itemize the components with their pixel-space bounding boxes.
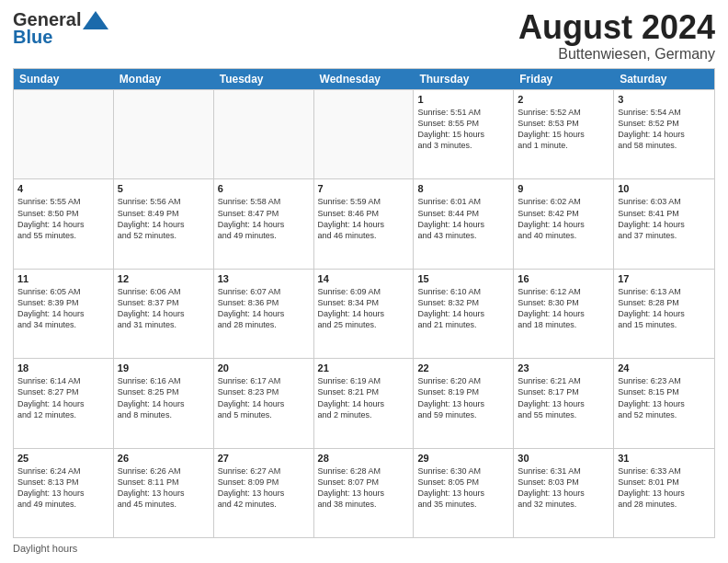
- day-info: Sunrise: 6:33 AM Sunset: 8:01 PM Dayligh…: [618, 465, 711, 511]
- calendar-cell-r5-c7: 31Sunrise: 6:33 AM Sunset: 8:01 PM Dayli…: [614, 449, 714, 537]
- day-number: 30: [518, 452, 609, 465]
- day-info: Sunrise: 6:06 AM Sunset: 8:37 PM Dayligh…: [118, 286, 210, 331]
- day-info: Sunrise: 6:20 AM Sunset: 8:19 PM Dayligh…: [417, 375, 509, 420]
- day-info: Sunrise: 6:28 AM Sunset: 8:07 PM Dayligh…: [318, 465, 410, 511]
- calendar-cell-r1-c6: 2Sunrise: 5:52 AM Sunset: 8:53 PM Daylig…: [514, 90, 614, 178]
- calendar-cell-r3-c2: 12Sunrise: 6:06 AM Sunset: 8:37 PM Dayli…: [114, 270, 214, 358]
- calendar-cell-r5-c6: 30Sunrise: 6:31 AM Sunset: 8:03 PM Dayli…: [514, 449, 614, 537]
- calendar-cell-r4-c2: 19Sunrise: 6:16 AM Sunset: 8:25 PM Dayli…: [114, 359, 214, 447]
- calendar-cell-r1-c3: [214, 90, 314, 178]
- calendar-body: 1Sunrise: 5:51 AM Sunset: 8:55 PM Daylig…: [14, 89, 714, 537]
- calendar-cell-r2-c5: 8Sunrise: 6:01 AM Sunset: 8:44 PM Daylig…: [414, 179, 514, 268]
- day-number: 21: [318, 362, 410, 374]
- day-info: Sunrise: 6:02 AM Sunset: 8:42 PM Dayligh…: [518, 196, 609, 241]
- calendar-cell-r3-c1: 11Sunrise: 6:05 AM Sunset: 8:39 PM Dayli…: [14, 270, 114, 358]
- calendar-cell-r5-c3: 27Sunrise: 6:27 AM Sunset: 8:09 PM Dayli…: [214, 449, 314, 537]
- calendar-cell-r1-c2: [114, 90, 214, 178]
- day-number: 17: [618, 272, 711, 285]
- calendar-row-3: 11Sunrise: 6:05 AM Sunset: 8:39 PM Dayli…: [14, 269, 714, 358]
- day-number: 4: [17, 182, 109, 195]
- day-number: 14: [318, 272, 410, 285]
- calendar-cell-r1-c1: [14, 90, 114, 178]
- logo: General Blue: [13, 9, 108, 48]
- day-info: Sunrise: 5:52 AM Sunset: 8:53 PM Dayligh…: [518, 107, 609, 152]
- calendar-cell-r1-c4: [314, 90, 415, 178]
- title-block: August 2024 Buttenwiesen, Germany: [518, 9, 715, 63]
- day-info: Sunrise: 6:16 AM Sunset: 8:25 PM Dayligh…: [118, 375, 210, 420]
- day-number: 27: [218, 452, 310, 465]
- calendar-subtitle: Buttenwiesen, Germany: [518, 46, 715, 63]
- calendar-cell-r3-c5: 15Sunrise: 6:10 AM Sunset: 8:32 PM Dayli…: [414, 270, 514, 358]
- day-info: Sunrise: 6:26 AM Sunset: 8:11 PM Dayligh…: [118, 465, 210, 511]
- footer: Daylight hours: [13, 543, 715, 554]
- calendar-cell-r2-c6: 9Sunrise: 6:02 AM Sunset: 8:42 PM Daylig…: [514, 179, 614, 268]
- day-number: 31: [618, 452, 711, 465]
- day-number: 2: [518, 93, 609, 106]
- day-info: Sunrise: 6:24 AM Sunset: 8:13 PM Dayligh…: [17, 465, 109, 511]
- day-info: Sunrise: 5:59 AM Sunset: 8:46 PM Dayligh…: [318, 196, 410, 241]
- day-info: Sunrise: 6:13 AM Sunset: 8:28 PM Dayligh…: [618, 286, 711, 331]
- calendar-cell-r3-c6: 16Sunrise: 6:12 AM Sunset: 8:30 PM Dayli…: [514, 270, 614, 358]
- day-number: 10: [618, 182, 711, 195]
- calendar-cell-r2-c2: 5Sunrise: 5:56 AM Sunset: 8:49 PM Daylig…: [114, 179, 214, 268]
- calendar-cell-r3-c3: 13Sunrise: 6:07 AM Sunset: 8:36 PM Dayli…: [214, 270, 314, 358]
- calendar-title: August 2024: [518, 9, 715, 46]
- day-info: Sunrise: 6:05 AM Sunset: 8:39 PM Dayligh…: [17, 286, 109, 331]
- calendar-cell-r4-c7: 24Sunrise: 6:23 AM Sunset: 8:15 PM Dayli…: [614, 359, 714, 447]
- day-number: 16: [518, 272, 609, 285]
- day-number: 23: [518, 362, 609, 374]
- calendar-cell-r3-c7: 17Sunrise: 6:13 AM Sunset: 8:28 PM Dayli…: [614, 270, 714, 358]
- day-number: 8: [417, 182, 509, 195]
- day-number: 20: [218, 362, 310, 374]
- calendar-cell-r5-c5: 29Sunrise: 6:30 AM Sunset: 8:05 PM Dayli…: [414, 449, 514, 537]
- header-monday: Monday: [114, 69, 214, 89]
- calendar-cell-r5-c1: 25Sunrise: 6:24 AM Sunset: 8:13 PM Dayli…: [14, 449, 114, 537]
- page: General Blue August 2024 Buttenwiesen, G…: [0, 0, 728, 563]
- day-number: 24: [618, 362, 711, 374]
- day-number: 28: [318, 452, 410, 465]
- calendar: Sunday Monday Tuesday Wednesday Thursday…: [13, 68, 715, 538]
- day-number: 5: [118, 182, 210, 195]
- calendar-cell-r2-c4: 7Sunrise: 5:59 AM Sunset: 8:46 PM Daylig…: [314, 179, 415, 268]
- calendar-cell-r4-c5: 22Sunrise: 6:20 AM Sunset: 8:19 PM Dayli…: [414, 359, 514, 447]
- calendar-cell-r1-c5: 1Sunrise: 5:51 AM Sunset: 8:55 PM Daylig…: [414, 90, 514, 178]
- calendar-row-2: 4Sunrise: 5:55 AM Sunset: 8:50 PM Daylig…: [14, 178, 714, 268]
- day-info: Sunrise: 6:09 AM Sunset: 8:34 PM Dayligh…: [318, 286, 410, 331]
- calendar-cell-r4-c4: 21Sunrise: 6:19 AM Sunset: 8:21 PM Dayli…: [314, 359, 415, 447]
- header-saturday: Saturday: [614, 69, 714, 89]
- day-number: 19: [118, 362, 210, 374]
- calendar-cell-r2-c1: 4Sunrise: 5:55 AM Sunset: 8:50 PM Daylig…: [14, 179, 114, 268]
- calendar-row-1: 1Sunrise: 5:51 AM Sunset: 8:55 PM Daylig…: [14, 89, 714, 178]
- day-number: 25: [17, 452, 109, 465]
- header-wednesday: Wednesday: [314, 69, 415, 89]
- day-number: 6: [218, 182, 310, 195]
- day-number: 18: [17, 362, 109, 374]
- day-info: Sunrise: 5:51 AM Sunset: 8:55 PM Dayligh…: [417, 107, 509, 152]
- day-info: Sunrise: 5:58 AM Sunset: 8:47 PM Dayligh…: [218, 196, 310, 241]
- day-info: Sunrise: 6:31 AM Sunset: 8:03 PM Dayligh…: [518, 465, 609, 511]
- calendar-row-4: 18Sunrise: 6:14 AM Sunset: 8:27 PM Dayli…: [14, 358, 714, 447]
- day-number: 15: [417, 272, 509, 285]
- day-info: Sunrise: 6:23 AM Sunset: 8:15 PM Dayligh…: [618, 375, 711, 420]
- day-number: 3: [618, 93, 711, 106]
- calendar-cell-r4-c1: 18Sunrise: 6:14 AM Sunset: 8:27 PM Dayli…: [14, 359, 114, 447]
- header-sunday: Sunday: [14, 69, 114, 89]
- day-number: 13: [218, 272, 310, 285]
- calendar-cell-r2-c3: 6Sunrise: 5:58 AM Sunset: 8:47 PM Daylig…: [214, 179, 314, 268]
- header-thursday: Thursday: [414, 69, 514, 89]
- calendar-cell-r3-c4: 14Sunrise: 6:09 AM Sunset: 8:34 PM Dayli…: [314, 270, 415, 358]
- day-number: 1: [417, 93, 509, 106]
- day-info: Sunrise: 6:17 AM Sunset: 8:23 PM Dayligh…: [218, 375, 310, 420]
- day-info: Sunrise: 5:54 AM Sunset: 8:52 PM Dayligh…: [618, 107, 711, 152]
- calendar-cell-r4-c3: 20Sunrise: 6:17 AM Sunset: 8:23 PM Dayli…: [214, 359, 314, 447]
- day-number: 9: [518, 182, 609, 195]
- day-info: Sunrise: 6:12 AM Sunset: 8:30 PM Dayligh…: [518, 286, 609, 331]
- calendar-cell-r5-c4: 28Sunrise: 6:28 AM Sunset: 8:07 PM Dayli…: [314, 449, 415, 537]
- svg-marker-0: [83, 11, 108, 29]
- calendar-cell-r4-c6: 23Sunrise: 6:21 AM Sunset: 8:17 PM Dayli…: [514, 359, 614, 447]
- header-friday: Friday: [514, 69, 614, 89]
- logo-icon: [83, 11, 108, 29]
- calendar-cell-r5-c2: 26Sunrise: 6:26 AM Sunset: 8:11 PM Dayli…: [114, 449, 214, 537]
- day-number: 7: [318, 182, 410, 195]
- day-info: Sunrise: 6:03 AM Sunset: 8:41 PM Dayligh…: [618, 196, 711, 241]
